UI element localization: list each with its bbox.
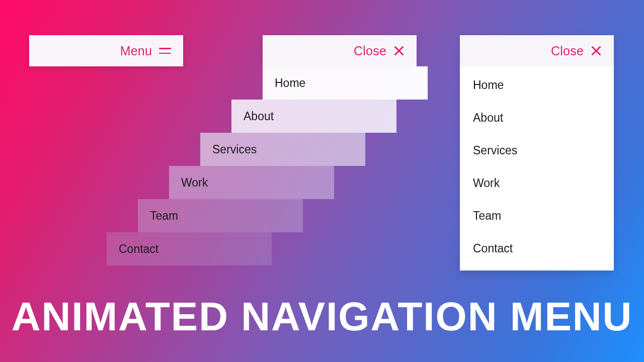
menu-open-label: Menu	[120, 44, 152, 58]
nav-item-home[interactable]: Home	[473, 78, 601, 92]
menu-panel-closed: Menu	[29, 35, 183, 66]
nav-item-contact[interactable]: Contact	[107, 232, 272, 265]
menu-panel-open: Close Home About Services Work Team Cont…	[460, 35, 614, 270]
nav-list: Home About Services Work Team Contact	[460, 66, 614, 270]
nav-item-services[interactable]: Services	[473, 144, 601, 157]
hamburger-icon	[159, 48, 171, 54]
menu-close-label: Close	[551, 44, 584, 58]
close-icon	[591, 45, 602, 56]
nav-item-work[interactable]: Work	[169, 166, 334, 199]
menu-toggle-open[interactable]: Menu	[29, 35, 183, 66]
nav-item-work[interactable]: Work	[473, 176, 601, 190]
menu-toggle-close[interactable]: Close	[263, 35, 417, 66]
menu-toggle-close[interactable]: Close	[460, 35, 614, 66]
nav-item-team[interactable]: Team	[473, 209, 601, 223]
menu-panel-animating: Close Home About Services Work Team Cont…	[263, 35, 417, 66]
nav-item-about[interactable]: About	[473, 111, 601, 125]
nav-item-contact[interactable]: Contact	[473, 242, 601, 255]
nav-item-services[interactable]: Services	[200, 133, 365, 166]
page-title: ANIMATED NAVIGATION MENU	[0, 294, 644, 340]
menu-close-label: Close	[354, 44, 386, 58]
nav-item-home[interactable]: Home	[263, 66, 428, 100]
close-icon	[393, 45, 405, 56]
nav-item-team[interactable]: Team	[138, 199, 303, 232]
nav-item-about[interactable]: About	[231, 100, 396, 133]
